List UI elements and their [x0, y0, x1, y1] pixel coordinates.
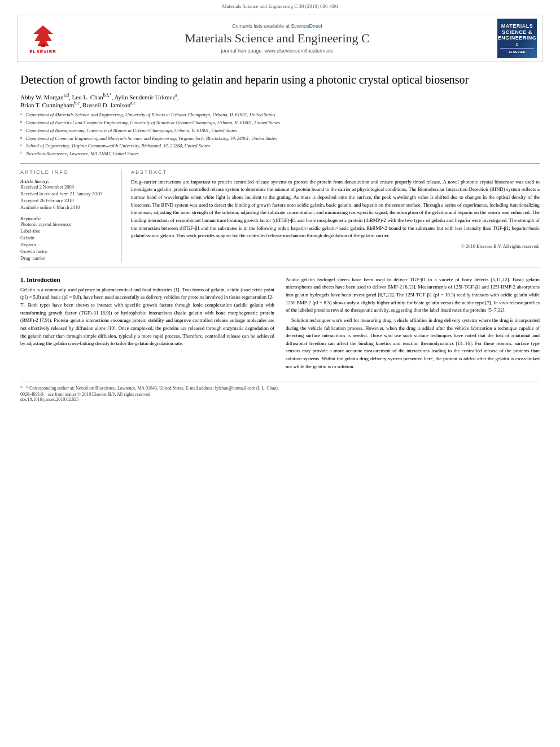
page-footer: * * Corresponding author at: Nexcelom Bi…	[20, 382, 540, 402]
affil-text: Department of Chemical Engineering and M…	[26, 135, 277, 142]
article-info-label: ARTICLE INFO	[20, 169, 116, 175]
intro-right-text: Acidic gelatin hydrogel sheets have been…	[286, 276, 540, 371]
journal-logo-right: MATERIALSSCIENCE &ENGINEERING C ELSEVIER	[492, 19, 537, 58]
introduction-section: 1. Introduction Gelatin is a commonly us…	[20, 276, 540, 373]
revised-date: Received in revised form 21 January 2010	[20, 191, 116, 196]
affil-sup: c	[20, 127, 25, 133]
affil-text: Department of Materials Science and Engi…	[26, 111, 275, 119]
abstract-label: ABSTRACT	[131, 169, 540, 175]
journal-ref-text: Materials Science and Engineering C 30 (…	[222, 3, 338, 9]
affil-sup: b	[20, 119, 25, 125]
intro-heading: 1. Introduction	[20, 276, 274, 283]
article-info-col: ARTICLE INFO Article history: Received 2…	[20, 169, 122, 262]
journal-brand-detail: ELSEVIER	[509, 50, 526, 54]
article-section: Detection of growth factor binding to ge…	[20, 72, 540, 158]
keyword-item: Heparin	[20, 242, 116, 247]
keyword-item: Gelatin	[20, 235, 116, 241]
corresponding-author-note: * * Corresponding author at: Nexcelom Bi…	[20, 386, 540, 391]
svg-rect-2	[41, 44, 45, 47]
affil-text: Department of Electrical and Computer En…	[26, 119, 280, 126]
journal-brand-subtitle: C	[515, 42, 518, 46]
affil-text: School of Engineering, Virginia Commonwe…	[26, 142, 210, 150]
author-cunningham: Brian T. Cunningham	[20, 101, 74, 108]
intro-left-paragraph: Gelatin is a commonly used polymer in ph…	[20, 286, 274, 348]
intro-right-paragraph: Acidic gelatin hydrogel sheets have been…	[286, 276, 540, 314]
journal-reference: Materials Science and Engineering C 30 (…	[0, 0, 560, 11]
history-label: Article history:	[20, 178, 116, 184]
affil-text: Department of Bioengineering, University…	[26, 127, 237, 134]
available-date: Available online 6 March 2010	[20, 204, 116, 210]
affiliation-item: cDepartment of Bioengineering, Universit…	[20, 127, 540, 134]
intro-left-col: 1. Introduction Gelatin is a commonly us…	[20, 276, 274, 373]
affiliation-item: dDepartment of Chemical Engineering and …	[20, 135, 540, 142]
intro-left-text: Gelatin is a commonly used polymer in ph…	[20, 286, 274, 348]
keyword-item: Photonic crystal biosensor	[20, 221, 116, 227]
affil-sup: e	[20, 142, 25, 148]
affil-sup: f	[20, 150, 25, 156]
authors-line: Abby W. Morgana,d, Leo L. Chanb,f,*, Ayl…	[20, 93, 540, 108]
asterisk-icon: *	[20, 386, 23, 391]
intro-two-col: 1. Introduction Gelatin is a commonly us…	[20, 276, 540, 373]
affil-text: Nexcelom Bioscience, Lawrence, MA 01843,…	[26, 150, 138, 158]
footer-issn: 0928-4931/$ – see front matter © 2010 El…	[20, 392, 540, 402]
journal-brand-logo: MATERIALSSCIENCE &ENGINEERING C ELSEVIER	[497, 19, 537, 58]
abstract-text: Drug–carrier interactions are important …	[131, 178, 540, 240]
journal-homepage: journal homepage: www.elsevier.com/locat…	[63, 48, 492, 54]
copyright-line: © 2010 Elsevier B.V. All rights reserved…	[131, 243, 540, 249]
keyword-item: Label-free	[20, 228, 116, 234]
author-sendemir: Aylin Sendemir-Urkmez	[114, 94, 175, 101]
keyword-item: Growth factor	[20, 248, 116, 254]
affiliations-block: aDepartment of Materials Science and Eng…	[20, 111, 540, 158]
author-chan: Leo L. Chan	[72, 94, 103, 101]
elsevier-logo-area: ELSEVIER	[23, 23, 63, 54]
journal-header-center: Contents lists available at ScienceDirec…	[63, 23, 492, 54]
journal-title: Materials Science and Engineering C	[63, 31, 492, 46]
sciencedirect-link[interactable]: ScienceDirect	[291, 23, 323, 29]
affiliation-item: eSchool of Engineering, Virginia Commonw…	[20, 142, 540, 150]
journal-header: ELSEVIER Contents lists available at Sci…	[17, 15, 543, 62]
footer-corresponding-text: * Corresponding author at: Nexcelom Bios…	[26, 386, 279, 391]
abstract-col: ABSTRACT Drug–carrier interactions are i…	[131, 169, 540, 262]
keyword-item: Drug–carrier	[20, 255, 116, 261]
author-morgan: Abby W. Morgan	[20, 94, 64, 101]
affil-sup: a	[20, 111, 25, 117]
article-history-block: Article history: Received 2 November 200…	[20, 178, 116, 210]
author-jamison: Russell D. Jamison	[82, 101, 130, 108]
affiliation-item: aDepartment of Materials Science and Eng…	[20, 111, 540, 119]
journal-brand-title: MATERIALSSCIENCE &ENGINEERING	[498, 23, 537, 41]
keywords-list: Photonic crystal biosensorLabel-freeGela…	[20, 221, 116, 261]
affiliation-item: fNexcelom Bioscience, Lawrence, MA 01843…	[20, 150, 540, 158]
affil-sup: d	[20, 135, 25, 141]
elsevier-text: ELSEVIER	[29, 49, 56, 54]
content-available-text: Contents lists available at ScienceDirec…	[63, 23, 492, 29]
body-divider	[20, 268, 540, 268]
issn-text: 0928-4931/$ – see front matter © 2010 El…	[20, 392, 152, 397]
keywords-block: Keywords: Photonic crystal biosensorLabe…	[20, 216, 116, 261]
keywords-label: Keywords:	[20, 216, 116, 221]
article-title: Detection of growth factor binding to ge…	[20, 72, 540, 87]
elsevier-logo: ELSEVIER	[23, 23, 63, 54]
divider-line	[20, 163, 540, 164]
page-container: Materials Science and Engineering C 30 (…	[0, 0, 560, 402]
doi-text: doi:10.1016/j.msec.2010.02.025	[20, 397, 78, 402]
accepted-date: Accepted 26 February 2010	[20, 198, 116, 203]
affiliation-item: bDepartment of Electrical and Computer E…	[20, 119, 540, 126]
intro-right-col: Acidic gelatin hydrogel sheets have been…	[286, 276, 540, 373]
elsevier-tree-icon	[28, 23, 59, 48]
article-info-abstract: ARTICLE INFO Article history: Received 2…	[20, 169, 540, 262]
intro-right-paragraph: Solution techniques work well for measur…	[286, 317, 540, 370]
received-date: Received 2 November 2009	[20, 184, 116, 190]
